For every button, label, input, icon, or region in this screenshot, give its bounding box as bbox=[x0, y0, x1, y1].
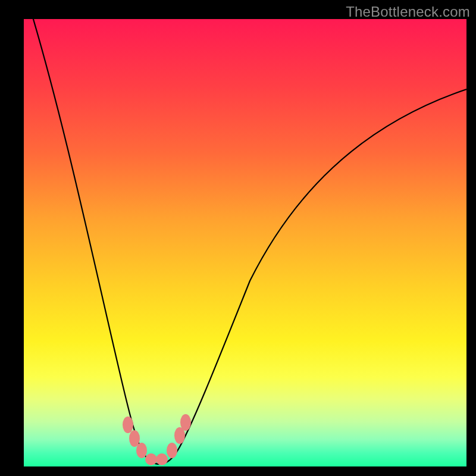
marker-dot bbox=[156, 453, 168, 465]
bottleneck-curve-line bbox=[30, 19, 466, 464]
watermark-text: TheBottleneck.com bbox=[346, 4, 470, 20]
marker-dot bbox=[129, 430, 140, 447]
marker-dot bbox=[136, 443, 147, 458]
marker-group bbox=[123, 414, 191, 465]
marker-dot bbox=[123, 416, 133, 433]
curve-svg bbox=[24, 19, 466, 466]
marker-dot bbox=[180, 414, 191, 431]
plot-area bbox=[24, 19, 466, 466]
marker-dot bbox=[145, 453, 157, 465]
chart-frame: TheBottleneck.com bbox=[0, 0, 476, 476]
marker-dot bbox=[167, 443, 177, 458]
